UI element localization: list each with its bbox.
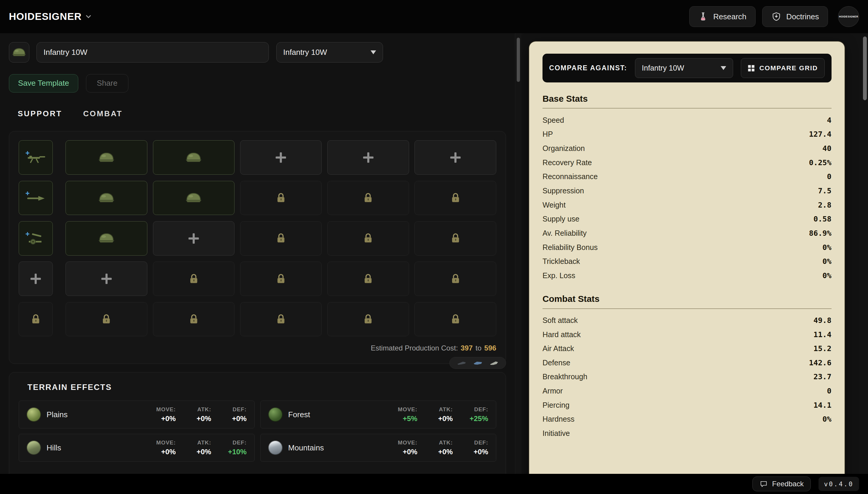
stat-row-defense: Defense142.6 xyxy=(542,356,832,370)
terrain-stat-value: +0% xyxy=(161,448,176,456)
window-scrollbar-thumb[interactable] xyxy=(863,36,867,100)
terrain-name: Plains xyxy=(46,410,140,419)
terrain-stat-label: MOVE: xyxy=(156,439,176,446)
stat-label: Defense xyxy=(542,359,571,367)
stat-label: Hard attack xyxy=(542,330,581,339)
combat-slot-2-1[interactable] xyxy=(153,221,235,255)
stat-row-breakthrough: Breakthrough23.7 xyxy=(542,370,832,384)
terrain-stat-value: +0% xyxy=(474,448,488,456)
compare-grid-button[interactable]: COMPARE GRID xyxy=(741,58,825,78)
avatar[interactable]: HOIDESIGNER xyxy=(838,6,859,27)
stat-row-suppression: Suppression7.5 xyxy=(542,184,832,198)
tab-support[interactable]: SUPPORT xyxy=(18,109,62,118)
main-content: Infantry 10W Save Template Share SUPPORT… xyxy=(0,33,868,474)
feedback-bubble-icon xyxy=(759,480,768,488)
combat-slot-4-0 xyxy=(65,302,147,337)
combat-slot-0-1[interactable] xyxy=(153,140,235,175)
stat-value: 127.4 xyxy=(809,130,832,138)
combat-slot-4-4 xyxy=(414,302,496,337)
combat-slot-1-0[interactable] xyxy=(65,181,147,215)
feedback-label: Feedback xyxy=(772,480,804,488)
stat-label: Recovery Rate xyxy=(542,158,592,167)
stat-row-weight: Weight2.8 xyxy=(542,198,832,212)
terrain-stat-label: DEF: xyxy=(233,439,247,446)
lock-icon xyxy=(188,273,199,285)
lock-icon xyxy=(275,273,286,285)
stat-row-organization: Organization40 xyxy=(542,141,832,156)
stat-value: 0.58 xyxy=(813,215,832,223)
combat-slot-3-1 xyxy=(153,262,235,296)
stat-label: Initiative xyxy=(542,429,570,438)
add-slot-icon xyxy=(448,151,462,165)
research-button[interactable]: Research xyxy=(689,6,756,27)
stat-row-soft-attack: Soft attack49.8 xyxy=(542,314,832,328)
combat-slot-0-4[interactable] xyxy=(414,140,496,175)
compare-grid-label: COMPARE GRID xyxy=(759,64,817,72)
scrollbar-thumb[interactable] xyxy=(517,38,520,82)
artillery-equipment-icon[interactable] xyxy=(489,360,499,366)
support-equipment-icon[interactable] xyxy=(473,360,483,366)
unit-icon-button[interactable] xyxy=(9,42,30,62)
template-select[interactable]: Infantry 10W xyxy=(276,42,383,62)
infantry-helmet-icon xyxy=(98,192,115,204)
stat-value: 2.8 xyxy=(818,201,832,209)
infantry-helmet-icon xyxy=(98,232,115,244)
doctrines-button[interactable]: Doctrines xyxy=(762,6,828,27)
combat-slot-0-2[interactable] xyxy=(240,140,322,175)
combat-slot-0-0[interactable] xyxy=(65,140,147,175)
scrollbar-track[interactable] xyxy=(515,33,521,474)
stat-label: Breakthrough xyxy=(542,373,587,381)
combat-slot-1-2 xyxy=(240,181,322,215)
terrain-stat-value: +0% xyxy=(196,415,211,423)
stat-row-trickleback: Trickleback0% xyxy=(542,254,832,269)
combat-slot-3-0[interactable] xyxy=(65,262,147,296)
support-slot-0[interactable] xyxy=(19,140,53,175)
base-stats-title: Base Stats xyxy=(542,94,832,104)
support-slot-1[interactable] xyxy=(19,181,53,215)
bottombar: Feedback v0.4.0 xyxy=(0,474,868,494)
stat-label: Armor xyxy=(542,387,563,395)
combat-slot-2-0[interactable] xyxy=(65,221,147,255)
terrain-stat-atk: ATK:+0% xyxy=(181,406,211,423)
lock-icon xyxy=(363,192,373,204)
terrain-stat-value: +5% xyxy=(403,415,418,423)
stat-row-reliability-bonus: Reliability Bonus0% xyxy=(542,240,832,254)
lock-icon xyxy=(450,192,461,204)
combat-slot-1-3 xyxy=(327,181,409,215)
production-cost: Estimated Production Cost: 397 to 596 xyxy=(19,344,496,352)
terrain-stat-value: +0% xyxy=(438,448,453,456)
share-button[interactable]: Share xyxy=(86,74,128,93)
terrain-stat-def: DEF:+0% xyxy=(217,406,247,423)
compare-grid-icon xyxy=(748,65,755,72)
support-slot-2[interactable] xyxy=(19,221,53,255)
feedback-button[interactable]: Feedback xyxy=(752,476,810,491)
compare-select[interactable]: Infantry 10W xyxy=(635,58,733,78)
stat-value: 0.25% xyxy=(809,158,832,167)
plains-terrain-icon xyxy=(27,407,41,422)
terrain-row-hills: HillsMOVE:+0%ATK:+0%DEF:+10% xyxy=(19,434,255,461)
stat-label: Speed xyxy=(542,116,564,125)
infantry-equipment-icon[interactable] xyxy=(457,360,466,366)
unit-name-input[interactable] xyxy=(36,42,269,62)
version-badge: v0.4.0 xyxy=(818,477,859,491)
base-stats-list: Speed4HP127.4Organization40Recovery Rate… xyxy=(542,113,832,283)
terrain-stat-atk: ATK:+0% xyxy=(423,406,453,423)
production-cost-to: to xyxy=(476,344,481,352)
terrain-stat-move: MOVE:+0% xyxy=(146,406,176,423)
combat-slot-1-1[interactable] xyxy=(153,181,235,215)
stat-value: 142.6 xyxy=(809,359,832,367)
combat-slot-0-3[interactable] xyxy=(327,140,409,175)
compare-bar: COMPARE AGAINST: Infantry 10W COMPARE GR… xyxy=(542,54,832,82)
save-template-button[interactable]: Save Template xyxy=(9,74,78,93)
combat-stats-title: Combat Stats xyxy=(542,294,832,304)
stat-row-armor: Armor0 xyxy=(542,384,832,398)
terrain-row-forest: ForestMOVE:+5%ATK:+0%DEF:+25% xyxy=(260,401,496,428)
terrain-row-mountains: MountainsMOVE:+0%ATK:+0%DEF:+0% xyxy=(260,434,496,461)
stat-row-exp-loss: Exp. Loss0% xyxy=(542,269,832,283)
tab-combat[interactable]: COMBAT xyxy=(83,109,123,118)
stat-row-recovery-rate: Recovery Rate0.25% xyxy=(542,155,832,170)
terrain-stat-atk: ATK:+0% xyxy=(181,439,211,456)
logo-menu[interactable]: HOIDESIGNER xyxy=(9,11,91,22)
support-slot-3[interactable] xyxy=(19,262,53,296)
forest-terrain-icon xyxy=(268,407,283,422)
